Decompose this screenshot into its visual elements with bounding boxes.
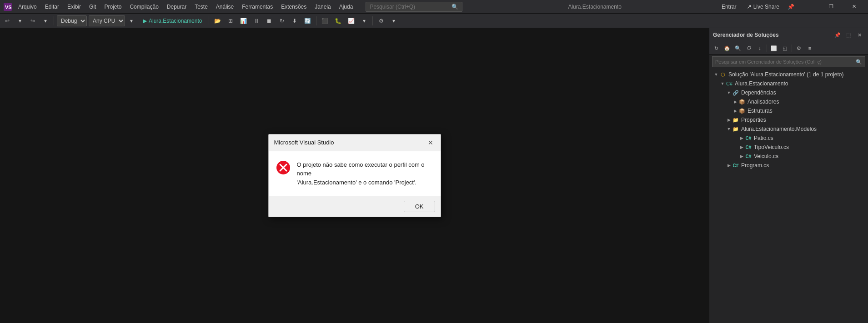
tree-analyzers[interactable]: ▶ 📦 Analisadores: [709, 97, 868, 106]
liveshare-button[interactable]: ↗ Live Share: [742, 2, 784, 11]
structures-label: Estruturas: [748, 108, 773, 114]
debug-config-dropdown: Debug: [57, 15, 87, 26]
toolbar: ↩ ▾ ↪ ▾ Debug Any CPU ▾ ▶ Alura.Estacion…: [0, 14, 868, 28]
se-pending[interactable]: ⏱: [744, 43, 754, 53]
menu-teste[interactable]: Teste: [191, 3, 211, 11]
toolbar-btn-chart[interactable]: 📊: [238, 15, 249, 26]
tree-models-folder[interactable]: ▼ 📁 Alura.Estacionamento.Modelos: [709, 124, 868, 134]
platform-config-dropdown: Any CPU ▾: [89, 15, 137, 26]
tree-arrow-project: ▼: [719, 81, 726, 86]
analyzers-label: Analisadores: [748, 99, 779, 105]
menu-editar[interactable]: Editar: [41, 3, 63, 11]
dialog-overlay: Microsoft Visual Studio ✕ O projeto não …: [0, 28, 709, 323]
se-sep2: [792, 45, 792, 52]
solution-explorer-toolbar: ↻ 🏠 🔍 ⏱ ↓ ⬜ ◱ ⚙ ≡: [709, 42, 868, 55]
dialog-message-line1: O projeto não sabe como executar o perfi…: [297, 161, 425, 177]
se-close-button[interactable]: ✕: [854, 30, 864, 40]
menu-projeto[interactable]: Projeto: [100, 3, 125, 11]
dialog-message: O projeto não sabe como executar o perfi…: [297, 160, 433, 187]
se-expand-button[interactable]: ⬚: [843, 30, 853, 40]
se-view[interactable]: ◱: [780, 43, 790, 53]
toolbar-btn-settings2[interactable]: ▾: [388, 15, 399, 26]
redo-dropdown[interactable]: ▾: [40, 15, 51, 26]
toolbar-btn-stop[interactable]: ⏹: [264, 15, 275, 26]
tree-tipoveiculo[interactable]: ▶ C# TipoVeiculo.cs: [709, 143, 868, 152]
platform-select[interactable]: Any CPU: [89, 15, 125, 26]
se-refresh[interactable]: ↻: [711, 43, 721, 53]
se-arrow-down[interactable]: ↓: [755, 43, 765, 53]
toolbar-btn-down[interactable]: ⬇: [289, 15, 300, 26]
toolbar-btn-refresh[interactable]: 🔄: [302, 15, 313, 26]
toolbar-btn-grid[interactable]: ⊞: [225, 15, 236, 26]
liveshare-label: Live Share: [753, 4, 779, 10]
tree-structures[interactable]: ▶ 📦 Estruturas: [709, 106, 868, 115]
restore-button[interactable]: ❐: [821, 0, 842, 14]
properties-icon: 📁: [732, 116, 739, 124]
menu-analise[interactable]: Análise: [212, 3, 237, 11]
titlebar: VS Arquivo Editar Exibir Git Projeto Com…: [0, 0, 868, 14]
solution-explorer-header: Gerenciador de Soluções 📌 ⬚ ✕: [709, 28, 868, 42]
redo-button[interactable]: ↪: [27, 15, 38, 26]
se-home[interactable]: 🏠: [722, 43, 732, 53]
se-filter[interactable]: 🔍: [733, 43, 743, 53]
toolbar-btn-breakpoints[interactable]: ⬛: [319, 15, 331, 26]
project-label: Alura.Estacionamento: [735, 80, 788, 87]
solution-explorer-search[interactable]: 🔍: [712, 56, 865, 67]
menu-arquivo[interactable]: Arquivo: [15, 3, 40, 11]
menu-janela[interactable]: Janela: [311, 3, 334, 11]
toolbar-btn-more[interactable]: ▾: [359, 15, 370, 26]
menu-git[interactable]: Git: [85, 3, 100, 11]
main-area: Microsoft Visual Studio ✕ O projeto não …: [0, 28, 868, 323]
search-input[interactable]: [370, 4, 452, 10]
undo-dropdown[interactable]: ▾: [15, 15, 25, 26]
titlebar-search-box[interactable]: 🔍: [366, 2, 462, 12]
tree-patio[interactable]: ▶ C# Patio.cs: [709, 134, 868, 143]
se-more[interactable]: ≡: [805, 43, 815, 53]
entrar-button[interactable]: Entrar: [718, 3, 740, 11]
tree-arrow-program: ▶: [726, 163, 732, 168]
tree-properties[interactable]: ▶ 📁 Properties: [709, 115, 868, 124]
tree-project[interactable]: ▼ C# Alura.Estacionamento: [709, 79, 868, 88]
tree-veiculo[interactable]: ▶ C# Veiculo.cs: [709, 152, 868, 161]
tree-arrow-tipo: ▶: [738, 145, 745, 149]
menu-exibir[interactable]: Exibir: [64, 3, 85, 11]
menu-extensoes[interactable]: Extensões: [277, 3, 310, 11]
toolbar-btn-pause[interactable]: ⏸: [251, 15, 262, 26]
svg-text:VS: VS: [5, 5, 12, 10]
toolbar-btn-perf[interactable]: 📈: [346, 15, 357, 26]
tree-dependencies[interactable]: ▼ 🔗 Dependências: [709, 88, 868, 97]
dialog-titlebar: Microsoft Visual Studio ✕: [269, 134, 441, 151]
toolbar-btn-settings[interactable]: ⚙: [376, 15, 386, 26]
se-collapse[interactable]: ⬜: [769, 43, 779, 53]
se-search-input[interactable]: [715, 59, 856, 65]
tree-program[interactable]: ▶ C# Program.cs: [709, 161, 868, 170]
tree-arrow-structs: ▶: [732, 109, 738, 113]
se-pin-button[interactable]: 📌: [833, 30, 843, 40]
toolbar-btn-open[interactable]: 📂: [212, 15, 223, 26]
vs-logo: VS: [4, 3, 12, 11]
tree-arrow-props: ▶: [726, 118, 732, 122]
menu-compilacao[interactable]: Compilação: [126, 3, 162, 11]
structures-icon: 📦: [738, 107, 746, 114]
minimize-button[interactable]: ─: [798, 0, 819, 14]
program-icon: C#: [732, 162, 739, 169]
debug-select[interactable]: Debug: [57, 15, 87, 26]
platform-dropdown-arrow[interactable]: ▾: [126, 15, 137, 26]
run-button[interactable]: ▶ Alura.Estacionamento: [139, 15, 206, 26]
menu-depurar[interactable]: Depurar: [163, 3, 190, 11]
toolbar-btn-restart[interactable]: ↻: [276, 15, 287, 26]
tree-solution[interactable]: ▼ ⬡ Solução 'Alura.Estacionamento' (1 de…: [709, 70, 868, 79]
dialog-close-button[interactable]: ✕: [426, 138, 435, 147]
toolbar-sep-1: [54, 16, 54, 25]
undo-button[interactable]: ↩: [2, 15, 13, 26]
menu-ajuda[interactable]: Ajuda: [336, 3, 357, 11]
se-settings[interactable]: ⚙: [794, 43, 804, 53]
deps-label: Dependências: [741, 89, 776, 96]
dialog: Microsoft Visual Studio ✕ O projeto não …: [268, 134, 441, 218]
menu-ferramentas[interactable]: Ferramentas: [238, 3, 276, 11]
close-button[interactable]: ✕: [843, 0, 864, 14]
titlebar-title-text: Alura.Estacionamento: [568, 4, 621, 10]
toolbar-btn-debug2[interactable]: 🐛: [332, 15, 344, 26]
ok-button[interactable]: OK: [404, 201, 435, 212]
solution-label: Solução 'Alura.Estacionamento' (1 de 1 p…: [728, 71, 843, 78]
